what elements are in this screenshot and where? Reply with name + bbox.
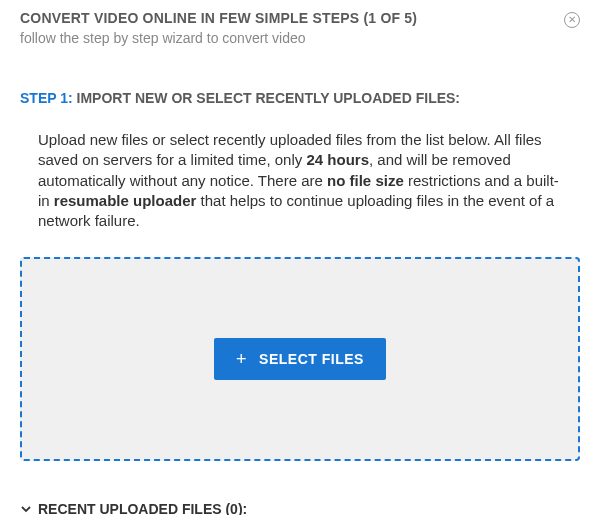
step-header: STEP 1: IMPORT NEW OR SELECT RECENTLY UP… <box>20 90 580 106</box>
step-heading: IMPORT NEW OR SELECT RECENTLY UPLOADED F… <box>77 90 460 106</box>
close-icon: ✕ <box>568 15 576 25</box>
step-description: Upload new files or select recently uplo… <box>20 130 580 231</box>
select-files-button[interactable]: + SELECT FILES <box>214 338 386 380</box>
plus-icon: + <box>236 350 247 368</box>
close-button[interactable]: ✕ <box>564 12 580 28</box>
page-title: CONVERT VIDEO ONLINE IN FEW SIMPLE STEPS… <box>20 10 417 26</box>
recent-files-toggle[interactable]: RECENT UPLOADED FILES (0): <box>20 501 580 515</box>
page-subtitle: follow the step by step wizard to conver… <box>20 30 417 46</box>
chevron-down-icon <box>20 503 32 515</box>
recent-files-label: RECENT UPLOADED FILES (0): <box>38 501 247 515</box>
step-label: STEP 1: <box>20 90 73 106</box>
select-files-label: SELECT FILES <box>259 351 364 367</box>
file-dropzone[interactable]: + SELECT FILES <box>20 257 580 461</box>
